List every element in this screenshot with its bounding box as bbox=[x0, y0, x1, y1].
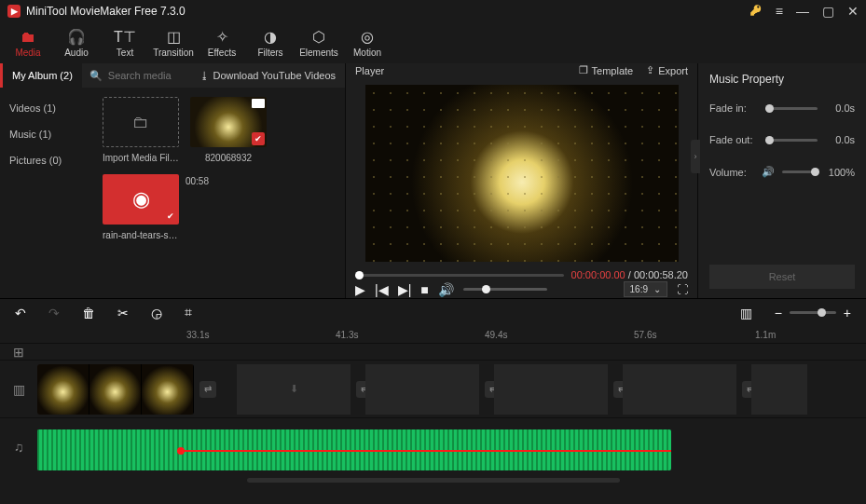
tab-elements[interactable]: ⬡Elements bbox=[296, 22, 341, 63]
video-clip[interactable] bbox=[37, 364, 194, 415]
search-icon: 🔍 bbox=[89, 70, 103, 82]
effects-icon: ✧ bbox=[216, 28, 228, 46]
empty-clip-slot[interactable]: ⇄ bbox=[494, 364, 608, 415]
crop-button[interactable]: ⌗ bbox=[185, 305, 192, 320]
speed-button[interactable]: ◶ bbox=[151, 306, 162, 320]
import-media-button[interactable]: 🗀 bbox=[103, 97, 179, 147]
seek-slider[interactable] bbox=[355, 274, 564, 277]
check-icon: ✔ bbox=[164, 210, 177, 223]
tab-media[interactable]: 🖿Media bbox=[6, 22, 50, 63]
album-tab[interactable]: My Album (2) bbox=[0, 63, 82, 88]
fade-out-value: 0.0s bbox=[825, 134, 855, 145]
folder-icon: 🖿 bbox=[21, 29, 35, 46]
import-label: Import Media Files bbox=[103, 153, 179, 163]
category-videos[interactable]: Videos (1) bbox=[0, 95, 93, 121]
template-button[interactable]: ❐Template bbox=[579, 64, 634, 76]
transition-slot[interactable]: ⇄ bbox=[199, 381, 216, 398]
timecode: 00:00:00.00 / 00:00:58.20 bbox=[564, 269, 688, 280]
media-thumb-audio[interactable]: ◉ 00:58 ✔ bbox=[103, 174, 179, 225]
player-title: Player bbox=[355, 65, 384, 76]
minimize-icon[interactable]: ― bbox=[796, 4, 809, 19]
tab-motion[interactable]: ◎Motion bbox=[345, 22, 390, 63]
zoom-out-button[interactable]: − bbox=[775, 306, 782, 320]
volume-value: 100% bbox=[827, 167, 855, 178]
media-thumb-video[interactable]: ✔ bbox=[190, 97, 267, 147]
export-icon: ⇪ bbox=[646, 64, 654, 76]
undo-button[interactable]: ↶ bbox=[15, 306, 26, 320]
audio-duration: 00:58 bbox=[186, 176, 209, 186]
property-title: Music Property bbox=[709, 73, 855, 86]
fade-out-label: Fade out: bbox=[709, 134, 758, 145]
empty-clip-slot[interactable] bbox=[751, 364, 807, 415]
tab-effects[interactable]: ✧Effects bbox=[199, 22, 244, 63]
fullscreen-button[interactable]: ⛶ bbox=[677, 283, 688, 296]
video-preview[interactable] bbox=[365, 85, 679, 262]
search-input[interactable]: 🔍Search media bbox=[82, 70, 190, 82]
empty-clip-slot[interactable]: ⬇⇄ bbox=[237, 364, 351, 415]
panel-collapse-handle[interactable]: › bbox=[691, 140, 700, 173]
prop-volume-slider[interactable] bbox=[782, 170, 819, 173]
timeline-ruler[interactable]: 33.1s 41.3s 49.4s 57.6s 1.1m bbox=[0, 326, 866, 343]
motion-icon: ◎ bbox=[361, 28, 374, 46]
license-key-icon[interactable] bbox=[749, 4, 763, 20]
tab-text[interactable]: T⊤Text bbox=[103, 22, 147, 63]
close-icon[interactable]: ✕ bbox=[847, 4, 859, 19]
volume-icon[interactable]: 🔊 bbox=[438, 282, 454, 297]
category-pictures[interactable]: Pictures (0) bbox=[0, 147, 93, 173]
template-icon: ❐ bbox=[579, 64, 588, 76]
tab-transition[interactable]: ◫Transition bbox=[151, 22, 196, 63]
zoom-in-button[interactable]: + bbox=[844, 306, 851, 320]
tab-filters[interactable]: ◑Filters bbox=[248, 22, 293, 63]
split-button[interactable]: ✂ bbox=[117, 306, 129, 320]
empty-clip-slot[interactable]: ⇄ bbox=[365, 364, 479, 415]
export-button[interactable]: ⇪Export bbox=[646, 64, 688, 76]
timeline-fit-button[interactable]: ▥ bbox=[740, 306, 752, 320]
fade-in-value: 0.0s bbox=[825, 102, 855, 114]
horizontal-scrollbar[interactable] bbox=[247, 478, 620, 483]
menu-icon[interactable]: ≡ bbox=[776, 4, 783, 19]
audio-clip[interactable]: ↔ bbox=[37, 429, 671, 470]
video-badge-icon bbox=[252, 99, 265, 108]
transition-icon: ◫ bbox=[167, 28, 181, 46]
elements-icon: ⬡ bbox=[312, 28, 325, 46]
headphones-icon: 🎧 bbox=[67, 28, 86, 46]
audio-track-icon: ♫ bbox=[0, 418, 37, 475]
media-name: rain-and-tears-sad-... bbox=[103, 230, 179, 240]
fade-in-slider[interactable] bbox=[765, 107, 818, 110]
redo-button[interactable]: ↷ bbox=[48, 306, 60, 320]
add-track-button[interactable]: ⊞ bbox=[0, 344, 37, 360]
category-music[interactable]: Music (1) bbox=[0, 121, 93, 147]
next-frame-button[interactable]: ▶| bbox=[398, 282, 412, 297]
aspect-ratio-select[interactable]: 16:9⌄ bbox=[624, 281, 667, 297]
play-button[interactable]: ▶ bbox=[355, 282, 365, 297]
folder-plus-icon: 🗀 bbox=[132, 113, 149, 132]
music-note-icon: ◉ bbox=[132, 187, 150, 211]
text-icon: T⊤ bbox=[114, 28, 136, 46]
app-title: MiniTool MovieMaker Free 7.3.0 bbox=[26, 5, 749, 18]
fade-in-label: Fade in: bbox=[709, 102, 758, 114]
tab-audio[interactable]: 🎧Audio bbox=[54, 22, 99, 63]
maximize-icon[interactable]: ▢ bbox=[822, 4, 834, 19]
chevron-down-icon: ⌄ bbox=[653, 284, 661, 294]
fade-curve[interactable] bbox=[177, 450, 671, 452]
empty-clip-slot[interactable]: ⇄ bbox=[623, 364, 736, 415]
check-icon: ✔ bbox=[252, 132, 265, 145]
speaker-icon: 🔊 bbox=[762, 166, 775, 178]
stop-button[interactable]: ■ bbox=[420, 282, 428, 297]
download-icon: ⭳ bbox=[199, 70, 210, 81]
volume-slider[interactable] bbox=[463, 288, 547, 291]
fade-out-slider[interactable] bbox=[765, 139, 818, 142]
filters-icon: ◑ bbox=[264, 28, 277, 46]
prev-frame-button[interactable]: |◀ bbox=[375, 282, 389, 297]
video-track-icon: ▥ bbox=[0, 361, 37, 417]
media-name: 820068932 bbox=[205, 153, 252, 163]
app-logo: ▶ bbox=[7, 5, 21, 18]
delete-button[interactable]: 🗑 bbox=[82, 306, 95, 320]
reset-button[interactable]: Reset bbox=[709, 265, 855, 289]
zoom-slider[interactable] bbox=[790, 311, 836, 314]
download-youtube-button[interactable]: ⭳Download YouTube Videos bbox=[190, 70, 346, 81]
volume-label: Volume: bbox=[709, 167, 754, 178]
